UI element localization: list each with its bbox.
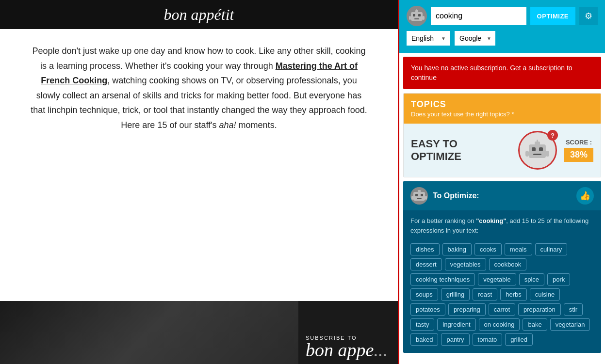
tag-pantry[interactable]: pantry: [441, 333, 469, 346]
article-text-3: moments.: [236, 120, 277, 130]
subscription-warning: You have no active subscription. Get a s…: [403, 57, 601, 89]
tag-dessert[interactable]: dessert: [410, 258, 442, 270]
tag-cuisine[interactable]: cuisine: [530, 288, 560, 301]
to-optimize-section: To Optimize: 👍 For a better ranking on "…: [403, 181, 601, 353]
tag-cooks[interactable]: cooks: [474, 243, 502, 255]
tag-tasty[interactable]: tasty: [410, 318, 434, 331]
topics-subtitle: Does your text use the right topics? *: [411, 111, 593, 118]
svg-rect-10: [539, 147, 543, 151]
tag-stir[interactable]: stir: [564, 303, 583, 316]
score-label: SCORE :: [564, 139, 593, 146]
tag-ingredient[interactable]: ingredient: [437, 318, 475, 331]
tag-grilled[interactable]: grilled: [505, 333, 533, 346]
main-content: bon appétit People don't just wake up on…: [0, 0, 398, 364]
thumbs-up-button[interactable]: 👍: [576, 187, 594, 205]
svg-rect-20: [418, 190, 421, 192]
to-optimize-left: To Optimize:: [410, 187, 479, 205]
svg-rect-12: [535, 142, 540, 145]
to-optimize-description: For a better ranking on "cooking", add 1…: [403, 210, 601, 241]
svg-rect-14: [525, 151, 529, 157]
svg-rect-19: [417, 198, 422, 199]
tag-baking[interactable]: baking: [442, 243, 472, 255]
svg-rect-21: [411, 196, 413, 200]
svg-rect-2: [418, 14, 421, 16]
topics-title: TOPICS: [411, 99, 593, 110]
optimize-button[interactable]: OPTIMIZE: [530, 7, 575, 25]
search-header: OPTIMIZE ⚙ English French Spanish German…: [399, 0, 605, 53]
search-input[interactable]: [431, 7, 526, 25]
tag-culinary[interactable]: culinary: [535, 243, 568, 255]
tags-container: dishesbakingcooksmealsculinarydessertveg…: [403, 241, 601, 353]
tag-vegetarian[interactable]: vegetarian: [550, 318, 590, 331]
svg-rect-17: [415, 194, 418, 196]
tag-potatoes[interactable]: potatoes: [410, 303, 445, 316]
svg-rect-22: [425, 196, 427, 200]
article-image-section: [0, 301, 298, 364]
tag-vegetables[interactable]: vegetables: [445, 258, 486, 270]
svg-rect-3: [414, 18, 419, 19]
svg-rect-8: [529, 144, 546, 158]
topics-header: TOPICS Does your text use the right topi…: [404, 94, 601, 124]
tag-preparation[interactable]: preparation: [518, 303, 561, 316]
tag-baked[interactable]: baked: [410, 333, 438, 346]
article-image: [0, 301, 298, 364]
site-title: bon appétit: [164, 6, 234, 24]
engine-select[interactable]: Google Bing Yahoo: [455, 31, 495, 46]
tag-cookbook[interactable]: cookbook: [489, 258, 527, 270]
svg-rect-11: [533, 154, 541, 155]
svg-rect-13: [537, 140, 538, 142]
svg-rect-9: [532, 147, 536, 151]
svg-rect-0: [411, 12, 423, 21]
robot-avatar: [407, 6, 427, 26]
language-select-wrapper[interactable]: English French Spanish German: [407, 31, 450, 46]
score-box: SCORE : 38%: [564, 139, 593, 162]
tag-carrot[interactable]: carrot: [489, 303, 515, 316]
site-header: bon appétit: [0, 0, 398, 29]
svg-rect-7: [423, 16, 425, 20]
easy-to-optimize: EASY TO OPTIMIZE: [411, 138, 511, 163]
language-select[interactable]: English French Spanish German: [407, 31, 450, 46]
tag-vegetable[interactable]: vegetable: [478, 273, 516, 285]
score-value: 38%: [564, 148, 593, 162]
engine-select-wrapper[interactable]: Google Bing Yahoo: [455, 31, 495, 46]
article-italic: aha!: [219, 120, 236, 130]
gear-icon: ⚙: [585, 11, 592, 21]
svg-rect-6: [409, 16, 411, 20]
question-badge: ?: [547, 130, 558, 141]
tag-pork[interactable]: pork: [547, 273, 570, 285]
svg-rect-16: [413, 192, 425, 201]
subscribe-section: SUBSCRIBE TO bon appe...: [298, 301, 398, 364]
tag-preparing[interactable]: preparing: [448, 303, 486, 316]
tag-herbs[interactable]: herbs: [500, 288, 527, 301]
search-input-wrapper[interactable]: [431, 7, 526, 25]
to-optimize-title: To Optimize:: [433, 191, 479, 200]
to-optimize-avatar: [410, 187, 428, 205]
right-panel[interactable]: OPTIMIZE ⚙ English French Spanish German…: [398, 0, 605, 364]
tag-spice[interactable]: spice: [519, 273, 544, 285]
svg-rect-15: [546, 151, 549, 157]
svg-rect-5: [416, 9, 417, 11]
search-row: OPTIMIZE ⚙: [407, 6, 598, 26]
subscription-message: You have no active subscription. Get a s…: [411, 64, 572, 81]
article-text: People don't just wake up one day and kn…: [29, 44, 369, 133]
optimize-label: EASY TO OPTIMIZE: [411, 138, 511, 163]
subscribe-brand: bon appe...: [306, 341, 388, 359]
tag-bake[interactable]: bake: [523, 318, 547, 331]
topics-body: EASY TO OPTIMIZE ? SCORE :: [404, 124, 601, 177]
tag-roast[interactable]: roast: [473, 288, 497, 301]
to-optimize-prefix: For a better ranking on: [410, 217, 476, 224]
tag-grilling[interactable]: grilling: [441, 288, 470, 301]
tag-soups[interactable]: soups: [410, 288, 438, 301]
article-body: People don't just wake up one day and kn…: [0, 29, 398, 142]
to-optimize-header: To Optimize: 👍: [403, 181, 601, 210]
svg-rect-18: [421, 194, 423, 196]
topics-section: TOPICS Does your text use the right topi…: [403, 93, 601, 177]
to-optimize-keyword: "cooking": [476, 217, 506, 224]
dropdowns-row: English French Spanish German Google Bin…: [407, 31, 598, 46]
tag-meals[interactable]: meals: [505, 243, 532, 255]
tag-tomato[interactable]: tomato: [473, 333, 503, 346]
tag-dishes[interactable]: dishes: [410, 243, 440, 255]
tag-on-cooking[interactable]: on cooking: [479, 318, 520, 331]
tag-cooking-techniques[interactable]: cooking techniques: [410, 273, 475, 285]
gear-button[interactable]: ⚙: [579, 7, 598, 25]
